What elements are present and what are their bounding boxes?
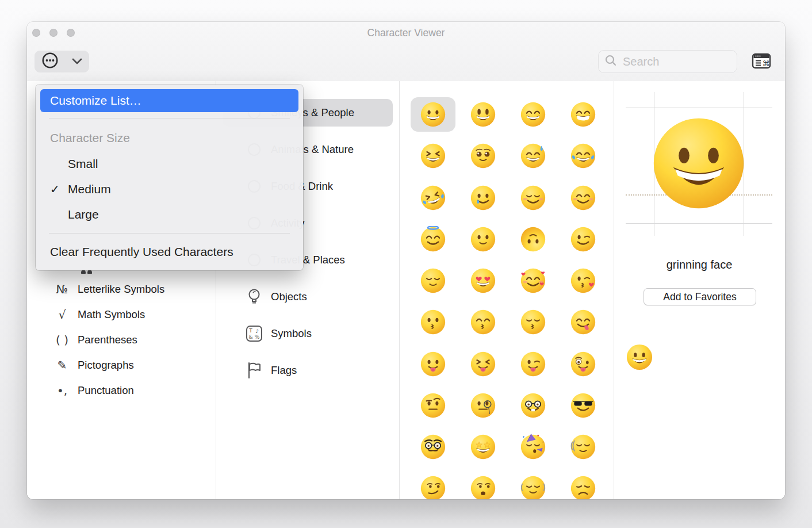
emoji-cell-face-with-tears-of-joy[interactable] (561, 139, 606, 173)
action-menu-button[interactable] (35, 51, 89, 72)
window-title: Character Viewer (27, 27, 785, 39)
emoji-cell-grinning-face-with-sweat[interactable] (511, 139, 556, 173)
sidebar-item-label: Letterlike Symbols (78, 283, 164, 296)
emoji-cell-smiling-face-with-sunglasses[interactable] (561, 388, 606, 423)
font-variation-glyph[interactable] (626, 343, 653, 373)
sidebar-item-math-symbols[interactable]: √Math Symbols (27, 302, 216, 327)
svg-text:★: ★ (484, 440, 491, 449)
category-flags[interactable]: Flags (223, 357, 393, 384)
emoji-cell-grinning-face-with-big-eyes[interactable] (461, 97, 505, 132)
emoji-cell-smiling-face-with-hearts[interactable] (511, 263, 556, 298)
emoji-cell-partying-face[interactable] (511, 430, 556, 464)
flag-icon (244, 362, 264, 379)
svg-text:T: T (248, 328, 252, 334)
character-name: grinning face (614, 258, 785, 271)
svg-text:&: & (248, 334, 252, 340)
sidebar-item-parentheses[interactable]: ( )Parentheses (27, 327, 216, 353)
emoji-cell-kissing-face[interactable] (411, 305, 455, 339)
svg-text:★: ★ (476, 440, 482, 449)
chevron-down-icon (72, 56, 82, 67)
symbols-icon: T♪&% (244, 325, 264, 342)
menu-separator (49, 118, 290, 118)
category-label: Flags (271, 364, 297, 377)
svg-text:%: % (255, 334, 260, 340)
checkmark-icon: ✓ (50, 182, 68, 196)
emoji-cell-squinting-face-with-tongue[interactable] (461, 347, 505, 381)
sidebar-item-punctuation[interactable]: •,Punctuation (27, 378, 216, 403)
emoji-cell-face-with-tongue[interactable] (411, 347, 455, 381)
menu-item-label: Large (68, 208, 99, 221)
emoji-cell-upside-down-face[interactable] (511, 222, 556, 257)
sidebar-item-letterlike-symbols[interactable]: №Letterlike Symbols (27, 277, 216, 302)
emoji-cell-smiling-face-with-halo[interactable] (411, 222, 455, 257)
preview-glyph (650, 114, 748, 215)
emoji-cell-winking-face[interactable] (561, 222, 606, 257)
emoji-cell-rolling-on-the-floor-laughing[interactable] (411, 181, 455, 215)
sidebar-item-label: Math Symbols (78, 308, 145, 321)
search-icon (604, 54, 617, 69)
svg-text:♪: ♪ (255, 328, 259, 334)
svg-text:⌘: ⌘ (763, 59, 770, 68)
menu-item-clear-frequently-used[interactable]: Clear Frequently Used Characters (40, 240, 298, 263)
emoji-cell-disguised-face[interactable] (411, 430, 455, 464)
emoji-cell-relieved-face[interactable] (411, 263, 455, 298)
emoji-cell-kissing-face-with-smiling-eyes[interactable] (461, 305, 505, 339)
emoji-grid: ★★ (399, 81, 614, 499)
character-viewer-window: Character Viewer (27, 22, 785, 499)
numero-icon: № (52, 282, 72, 296)
sqrt-icon: √ (52, 308, 72, 322)
action-dropdown-menu: Customize List… Character Size Small✓Med… (36, 85, 303, 270)
keyboard-viewer-button[interactable]: ⌘ (749, 51, 773, 73)
emoji-cell-face-savoring-food[interactable] (561, 305, 606, 339)
emoji-cell-unamused-face[interactable] (461, 471, 505, 499)
parentheses-icon: ( ) (52, 333, 72, 347)
emoji-cell-kissing-face-with-closed-eyes[interactable] (511, 305, 556, 339)
emoji-cell-beaming-face-with-smiling-eyes[interactable] (561, 97, 606, 132)
emoji-cell-face-with-raised-eyebrow[interactable] (411, 388, 455, 423)
punctuation-icon: •, (52, 384, 72, 397)
emoji-cell-smiling-face[interactable] (511, 181, 556, 215)
menu-item-size-large[interactable]: Large (40, 203, 298, 226)
emoji-cell-face-blowing-a-kiss[interactable] (561, 263, 606, 298)
menu-header-character-size: Character Size (40, 127, 298, 150)
emoji-cell-face-holding-back-tears[interactable] (461, 139, 505, 173)
emoji-cell-smirking-face[interactable] (411, 471, 455, 499)
sidebar-item-label: Punctuation (78, 384, 134, 397)
category-symbols[interactable]: T♪&%Symbols (223, 320, 393, 347)
pencil-icon: ✎ (52, 358, 72, 372)
menu-separator (49, 233, 290, 234)
preview-panel: grinning face Add to Favorites (614, 81, 785, 499)
emoji-cell-winking-face-with-tongue[interactable] (511, 347, 556, 381)
menu-item-label: Medium (68, 182, 111, 196)
search-input[interactable] (622, 55, 731, 69)
category-label: Symbols (271, 327, 312, 340)
emoji-cell-grinning-face[interactable] (411, 97, 455, 132)
category-objects[interactable]: Objects (223, 283, 393, 311)
category-label: Objects (271, 290, 307, 303)
emoji-cell-head-shaking-horizontally[interactable] (511, 471, 556, 499)
emoji-cell-nerd-face[interactable] (511, 388, 556, 423)
menu-item-size-small[interactable]: Small (40, 152, 298, 175)
sidebar-item-label: Pictographs (78, 359, 134, 372)
menu-item-size-medium[interactable]: ✓Medium (40, 178, 298, 201)
emoji-cell-face-with-monocle[interactable] (461, 388, 505, 423)
keyboard-viewer-icon: ⌘ (751, 52, 772, 72)
emoji-cell-smiling-face-with-heart-eyes[interactable] (461, 263, 505, 298)
emoji-cell-pensive-face[interactable] (561, 471, 606, 499)
emoji-cell-zany-face[interactable] (561, 347, 606, 381)
emoji-cell-star-struck[interactable]: ★★ (461, 430, 505, 464)
sidebar-item-pictographs[interactable]: ✎Pictographs (27, 353, 216, 378)
emoji-cell-grinning-face-with-smiling-eyes[interactable] (511, 97, 556, 132)
menu-item-label: Small (68, 157, 98, 171)
sidebar-item-label: Parentheses (78, 334, 137, 346)
glyph-guide-line (626, 223, 772, 224)
menu-item-customize-list[interactable]: Customize List… (40, 89, 298, 112)
search-field[interactable] (598, 50, 737, 73)
emoji-cell-head-shaking-vertically[interactable] (561, 430, 606, 464)
add-to-favorites-button[interactable]: Add to Favorites (644, 288, 756, 305)
emoji-cell-smiling-face-with-smiling-eyes[interactable] (561, 181, 606, 215)
titlebar-toolbar: Character Viewer (27, 22, 785, 82)
emoji-cell-grinning-squinting-face[interactable] (411, 139, 455, 173)
emoji-cell-slightly-smiling-face[interactable] (461, 222, 505, 257)
emoji-cell-smiling-face-with-tear[interactable] (461, 181, 505, 215)
